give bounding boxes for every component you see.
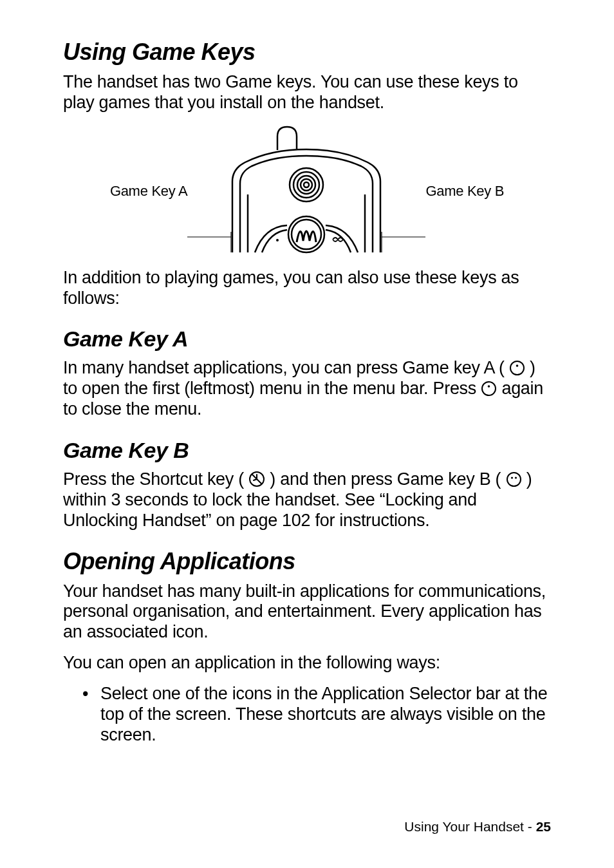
svg-point-20	[514, 476, 516, 478]
svg-point-3	[301, 179, 312, 191]
figure-label-left: Game Key A	[110, 183, 188, 200]
figure-label-right: Game Key B	[425, 183, 504, 200]
svg-point-0	[290, 168, 323, 202]
svg-point-6	[292, 220, 321, 249]
heading-game-key-a: Game Key A	[63, 326, 551, 352]
paragraph-game-key-b: Press the Shortcut key ( ) and then pres…	[63, 469, 551, 531]
footer-separator: -	[524, 819, 536, 834]
text-span: Press the Shortcut key (	[63, 469, 244, 489]
paragraph-opening-apps-intro: Your handset has many built-in applicati…	[63, 581, 551, 643]
game-key-a-icon	[509, 360, 525, 376]
heading-opening-applications: Opening Applications	[63, 548, 551, 575]
heading-game-key-b: Game Key B	[63, 438, 551, 463]
bullet-list: Select one of the icons in the Applicati…	[63, 684, 551, 746]
svg-point-13	[516, 365, 518, 368]
text-span: ) and then press Game key B (	[270, 469, 501, 489]
svg-point-14	[482, 382, 496, 395]
game-key-b-icon	[506, 471, 522, 487]
paragraph-after-figure: In addition to playing games, you can al…	[63, 268, 551, 309]
svg-point-15	[488, 385, 490, 388]
handset-figure: Game Key A	[63, 124, 551, 259]
text-span: In many handset applications, you can pr…	[63, 358, 505, 377]
heading-using-game-keys: Using Game Keys	[63, 39, 551, 66]
list-item: Select one of the icons in the Applicati…	[100, 684, 551, 746]
footer-page-number: 25	[536, 819, 551, 834]
svg-point-18	[507, 473, 521, 486]
footer-section: Using Your Handset	[404, 819, 524, 834]
page-footer: Using Your Handset - 25	[404, 819, 551, 835]
svg-point-19	[510, 476, 512, 478]
svg-point-7	[276, 239, 279, 241]
paragraph-game-key-a: In many handset applications, you can pr…	[63, 358, 551, 420]
svg-point-12	[510, 361, 524, 375]
game-key-a-icon	[481, 381, 497, 397]
paragraph-intro: The handset has two Game keys. You can u…	[63, 72, 551, 113]
shortcut-key-icon	[248, 471, 265, 487]
paragraph-opening-apps-ways: You can open an application in the follo…	[63, 653, 551, 674]
handset-diagram-icon	[187, 124, 425, 259]
svg-point-5	[288, 216, 324, 252]
svg-point-4	[304, 182, 309, 187]
